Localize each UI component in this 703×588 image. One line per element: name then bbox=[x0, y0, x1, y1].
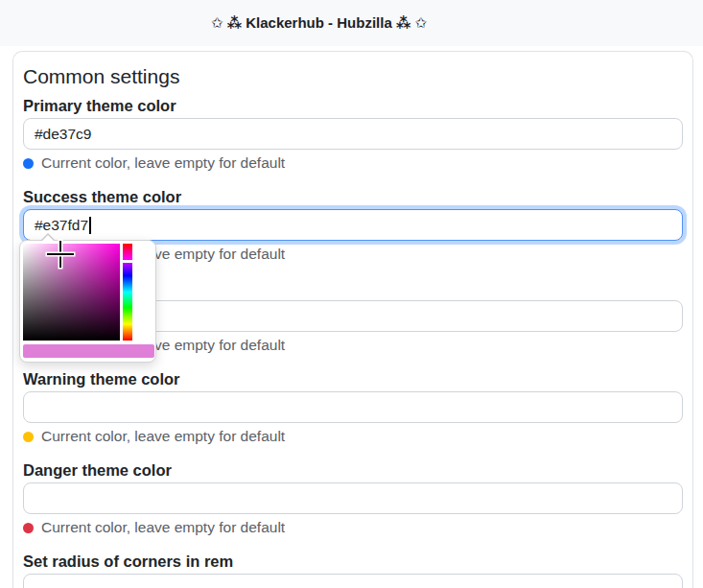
primary-color-dot bbox=[23, 158, 34, 169]
corner-radius-label: Set radius of corners in rem bbox=[23, 552, 683, 571]
primary-helper-text: Current color, leave empty for default bbox=[41, 154, 285, 172]
saturation-square[interactable] bbox=[23, 244, 120, 341]
section-heading: Common settings bbox=[23, 65, 683, 88]
primary-theme-color-value: #de37c9 bbox=[35, 119, 91, 149]
danger-theme-color-input[interactable] bbox=[23, 482, 683, 514]
popup-arrow-icon bbox=[41, 235, 55, 242]
danger-helper: Current color, leave empty for default bbox=[23, 519, 683, 536]
color-picker-popup bbox=[19, 240, 156, 363]
field-corner-radius: Set radius of corners in rem bbox=[23, 552, 683, 588]
corner-radius-input[interactable] bbox=[23, 574, 683, 588]
primary-theme-color-label: Primary theme color bbox=[23, 96, 683, 115]
app-header: ✩ ⁂ Klackerhub - Hubzilla ⁂ ✩ bbox=[0, 0, 703, 46]
hue-slider[interactable] bbox=[123, 244, 132, 341]
field-primary-theme-color: Primary theme color #de37c9 Current colo… bbox=[23, 96, 683, 172]
danger-color-dot bbox=[23, 523, 34, 533]
danger-helper-text: Current color, leave empty for default bbox=[41, 519, 285, 536]
warning-helper-text: Current color, leave empty for default bbox=[41, 428, 285, 445]
warning-theme-color-input[interactable] bbox=[23, 391, 683, 423]
warning-color-dot bbox=[23, 432, 34, 442]
success-theme-color-label: Success theme color bbox=[23, 187, 683, 206]
primary-helper: Current color, leave empty for default bbox=[23, 154, 683, 172]
text-cursor bbox=[89, 217, 91, 234]
warning-theme-color-label: Warning theme color bbox=[23, 369, 683, 388]
success-theme-color-input[interactable]: #e37fd7 bbox=[23, 209, 683, 241]
danger-theme-color-label: Danger theme color bbox=[23, 460, 683, 480]
current-color-preview bbox=[23, 344, 154, 358]
page-title: ✩ ⁂ Klackerhub - Hubzilla ⁂ ✩ bbox=[211, 14, 427, 32]
warning-helper: Current color, leave empty for default bbox=[23, 428, 683, 445]
field-warning-theme-color: Warning theme color Current color, leave… bbox=[23, 369, 683, 445]
hue-slider-handle[interactable] bbox=[123, 260, 132, 263]
primary-theme-color-input[interactable]: #de37c9 bbox=[23, 118, 683, 150]
field-danger-theme-color: Danger theme color Current color, leave … bbox=[23, 460, 683, 536]
